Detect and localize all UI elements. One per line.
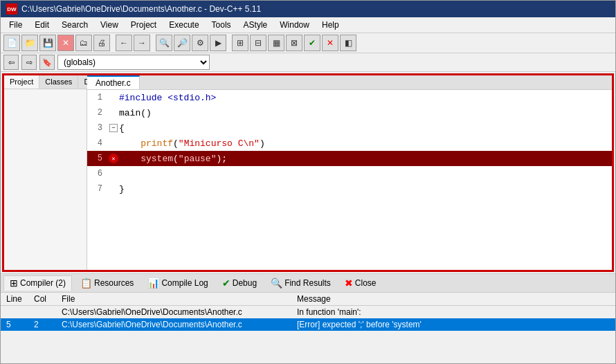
line-num-1: 1 xyxy=(87,93,108,102)
left-panel: Project Classes Debug xyxy=(4,75,87,270)
error-file-cell: C:\Users\Gabriel\OneDrive\Documents\Anot… xyxy=(56,318,291,331)
code-line-4: 4 printf("Minicurso C\n") xyxy=(87,136,612,151)
tab-compile-log[interactable]: 📊 Compile Log xyxy=(142,276,213,290)
main-content-area: Project Classes Debug Another.c 1 #inclu… xyxy=(2,73,614,272)
line-num-3: 3 xyxy=(87,123,108,133)
code-line-1: 1 #include <stdio.h> xyxy=(87,90,612,105)
menu-search[interactable]: Search xyxy=(56,19,93,31)
code-text-2: main() xyxy=(119,108,612,118)
collapse-button-3[interactable]: − xyxy=(109,124,118,132)
app-icon: DW xyxy=(6,3,17,15)
header-line-cell xyxy=(1,306,28,319)
menu-file[interactable]: File xyxy=(3,19,28,31)
menu-tools[interactable]: Tools xyxy=(206,19,237,31)
back-button[interactable]: ← xyxy=(116,35,132,51)
left-panel-content xyxy=(4,89,87,270)
scope-dropdown[interactable]: (globals) xyxy=(57,55,210,70)
menu-bar: File Edit Search View Project Execute To… xyxy=(1,17,615,33)
code-line-3: 3 − { xyxy=(87,120,612,136)
error-line-cell: 5 xyxy=(1,318,28,331)
compile-log-tab-label: Compile Log xyxy=(161,278,208,288)
resize-button[interactable]: ◧ xyxy=(340,35,356,51)
save-all-button[interactable]: 🗂 xyxy=(75,35,92,51)
check-button[interactable]: ✔ xyxy=(304,35,320,51)
find-files-button[interactable]: 🔎 xyxy=(174,35,190,51)
error-table: Line Col File Message C:\Users\Gabriel\O… xyxy=(1,293,615,363)
menu-help[interactable]: Help xyxy=(316,19,345,31)
forward-nav-button[interactable]: ⇨ xyxy=(21,55,37,70)
line-num-5: 5 xyxy=(87,154,108,163)
header-file-cell: C:\Users\Gabriel\OneDrive\Documents\Anot… xyxy=(56,306,291,319)
find-results-tab-label: Find Results xyxy=(284,278,331,288)
tile-v-button[interactable]: ⊟ xyxy=(250,35,266,51)
line-num-4: 4 xyxy=(87,138,108,148)
tab-close[interactable]: ✖ Close xyxy=(339,276,382,290)
compiler-tab-label: Compiler (2) xyxy=(20,278,66,288)
col-header-line: Line xyxy=(1,293,28,306)
bottom-tabs: ⊞ Compiler (2) 📋 Resources 📊 Compile Log… xyxy=(1,274,615,293)
code-line-2: 2 main() xyxy=(87,105,612,120)
debug-icon: ✔ xyxy=(222,277,230,289)
save-button[interactable]: 💾 xyxy=(39,35,56,51)
tab-find-results[interactable]: 🔍 Find Results xyxy=(265,276,336,290)
error-col-cell: 2 xyxy=(28,318,56,331)
debug-tab-label: Debug xyxy=(233,278,257,288)
col-header-message: Message xyxy=(291,293,615,306)
resources-tab-label: Resources xyxy=(94,278,134,288)
new-button[interactable]: 📄 xyxy=(3,35,20,51)
line-num-2: 2 xyxy=(87,108,108,118)
find-results-icon: 🔍 xyxy=(271,277,282,289)
menu-view[interactable]: View xyxy=(95,19,124,31)
open-button[interactable]: 📁 xyxy=(21,35,38,51)
close-button[interactable]: ✕ xyxy=(57,35,74,51)
code-text-5: system("pause"); xyxy=(119,154,612,164)
next-win-button[interactable]: ⊠ xyxy=(286,35,302,51)
find-button[interactable]: 🔍 xyxy=(156,35,172,51)
print-button[interactable]: 🖨 xyxy=(93,35,110,51)
forward-button[interactable]: → xyxy=(134,35,150,51)
compile-button[interactable]: ⚙ xyxy=(192,35,208,51)
code-text-7: } xyxy=(119,184,612,194)
menu-project[interactable]: Project xyxy=(125,19,162,31)
code-line-7: 7 } xyxy=(87,181,612,197)
compile-log-icon: 📊 xyxy=(147,277,159,289)
col-header-file: File xyxy=(56,293,291,306)
tab-project[interactable]: Project xyxy=(4,75,39,89)
menu-execute[interactable]: Execute xyxy=(163,19,204,31)
file-tabs-row: Another.c xyxy=(87,75,612,90)
close-tab-label: Close xyxy=(355,278,377,288)
tab-resources[interactable]: 📋 Resources xyxy=(75,276,139,290)
line-marker-3: − xyxy=(108,124,119,132)
menu-window[interactable]: Window xyxy=(274,19,315,31)
error-data-row-1[interactable]: 5 2 C:\Users\Gabriel\OneDrive\Documents\… xyxy=(1,318,615,331)
error-message-cell: [Error] expected ';' before 'system' xyxy=(291,318,615,331)
tab-debug[interactable]: ✔ Debug xyxy=(217,276,262,290)
tab-compiler[interactable]: ⊞ Compiler (2) xyxy=(3,275,72,291)
code-editor[interactable]: 1 #include <stdio.h> 2 main() 3 − { xyxy=(87,90,612,270)
run-button[interactable]: ▶ xyxy=(210,35,226,51)
error-dot-5: ✕ xyxy=(109,154,118,163)
main-window: DW C:\Users\Gabriel\OneDrive\Documents\A… xyxy=(0,0,616,364)
bookmark-button[interactable]: 🔖 xyxy=(39,55,55,70)
code-text-1: #include <stdio.h> xyxy=(119,93,612,103)
line-marker-5: ✕ xyxy=(108,154,119,163)
close-all-button[interactable]: ✕ xyxy=(322,35,338,51)
line-num-7: 7 xyxy=(87,184,108,194)
title-bar: DW C:\Users\Gabriel\OneDrive\Documents\A… xyxy=(1,1,615,17)
header-col-cell xyxy=(28,306,56,319)
left-panel-tabs: Project Classes Debug xyxy=(4,75,87,89)
menu-astyle[interactable]: AStyle xyxy=(238,19,273,31)
tile-h-button[interactable]: ⊞ xyxy=(232,35,248,51)
col-header-col: Col xyxy=(28,293,56,306)
editor-area: Another.c 1 #include <stdio.h> 2 main() xyxy=(87,75,612,270)
cascade-button[interactable]: ▦ xyxy=(268,35,284,51)
tab-classes[interactable]: Classes xyxy=(39,75,78,89)
close-icon: ✖ xyxy=(345,277,353,289)
app-icon-text: DW xyxy=(7,6,16,12)
bottom-panel: ⊞ Compiler (2) 📋 Resources 📊 Compile Log… xyxy=(1,273,615,363)
menu-edit[interactable]: Edit xyxy=(29,19,55,31)
file-tab-another-c[interactable]: Another.c xyxy=(87,75,140,89)
resources-icon: 📋 xyxy=(80,277,92,289)
code-line-6: 6 xyxy=(87,166,612,181)
back-nav-button[interactable]: ⇦ xyxy=(3,55,19,70)
